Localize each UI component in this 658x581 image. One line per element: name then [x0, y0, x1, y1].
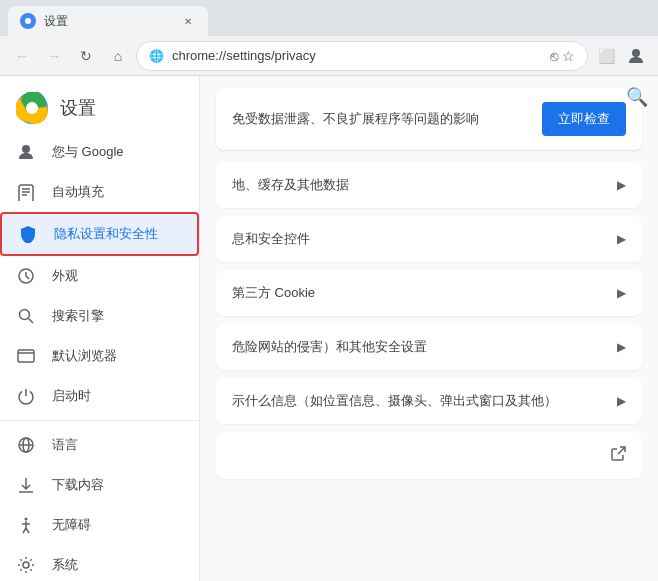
chevron-icon-4: ▶: [617, 394, 626, 408]
svg-point-20: [25, 518, 28, 521]
sidebar-item-download[interactable]: 下载内容: [0, 465, 199, 505]
sidebar-item-startup-label: 启动时: [52, 387, 91, 405]
chevron-icon-0: ▶: [617, 178, 626, 192]
sidebar-item-startup[interactable]: 启动时: [0, 376, 199, 416]
right-panel: 免受数据泄露、不良扩展程序等问题的影响 立即检查 地、缓存及其他数据 ▶ 息和安…: [200, 76, 658, 581]
lock-icon: 🌐: [149, 49, 164, 63]
svg-point-6: [22, 145, 30, 153]
svg-point-12: [20, 310, 30, 320]
download-icon: [16, 475, 36, 495]
chrome-logo: [16, 92, 48, 124]
sidebar-item-language[interactable]: 语言: [0, 425, 199, 465]
svg-point-5: [26, 102, 38, 114]
power-icon: [16, 386, 36, 406]
active-tab[interactable]: 设置 ✕: [8, 6, 208, 36]
sidebar-divider-1: [0, 420, 199, 421]
svg-point-25: [23, 562, 29, 568]
sidebar-item-language-label: 语言: [52, 436, 78, 454]
settings-item-0[interactable]: 地、缓存及其他数据 ▶: [216, 162, 642, 208]
sidebar-item-accessibility[interactable]: 无障碍: [0, 505, 199, 545]
home-button[interactable]: ⌂: [104, 42, 132, 70]
sidebar-item-privacy[interactable]: 隐私设置和安全性: [0, 212, 199, 256]
appearance-icon: [16, 266, 36, 286]
svg-rect-14: [18, 350, 34, 362]
shield-icon: [18, 224, 38, 244]
settings-item-1[interactable]: 息和安全控件 ▶: [216, 216, 642, 262]
browser-icon: [16, 346, 36, 366]
sidebar-item-system[interactable]: 系统: [0, 545, 199, 581]
external-link-bottom-icon: [610, 446, 626, 465]
share-icon[interactable]: ⎋: [550, 48, 558, 64]
svg-line-23: [23, 528, 26, 533]
forward-button[interactable]: →: [40, 42, 68, 70]
autofill-icon: [16, 182, 36, 202]
toolbar: ← → ↻ ⌂ 🌐 chrome://settings/privacy ⎋ ☆ …: [0, 36, 658, 76]
tab-close-button[interactable]: ✕: [180, 13, 196, 29]
back-button[interactable]: ←: [8, 42, 36, 70]
sidebar-item-appearance-label: 外观: [52, 267, 78, 285]
sidebar-item-appearance[interactable]: 外观: [0, 256, 199, 296]
settings-item-1-text: 息和安全控件: [232, 230, 310, 248]
sidebar-item-privacy-label: 隐私设置和安全性: [54, 225, 158, 243]
svg-point-2: [632, 49, 640, 57]
sidebar-item-default-browser-label: 默认浏览器: [52, 347, 117, 365]
address-bar[interactable]: 🌐 chrome://settings/privacy ⎋ ☆: [136, 41, 588, 71]
chevron-icon-2: ▶: [617, 286, 626, 300]
sidebar-item-search[interactable]: 搜索引擎: [0, 296, 199, 336]
bottom-external-link[interactable]: [216, 432, 642, 479]
tab-title: 设置: [44, 13, 172, 30]
tab-favicon: [20, 13, 36, 29]
reload-button[interactable]: ↻: [72, 42, 100, 70]
address-text: chrome://settings/privacy: [172, 48, 542, 63]
sidebar-header: 设置: [0, 76, 199, 132]
profile-icon: [627, 47, 645, 65]
settings-item-2-text: 第三方 Cookie: [232, 284, 315, 302]
search-engine-icon: [16, 306, 36, 326]
settings-section: 地、缓存及其他数据 ▶ 息和安全控件 ▶ 第三方 Cookie ▶ 危险网站的侵…: [216, 162, 642, 424]
banner-text: 免受数据泄露、不良扩展程序等问题的影响: [232, 110, 530, 128]
accessibility-icon: [16, 515, 36, 535]
settings-item-4[interactable]: 示什么信息（如位置信息、摄像头、弹出式窗口及其他） ▶: [216, 378, 642, 424]
settings-item-4-text: 示什么信息（如位置信息、摄像头、弹出式窗口及其他）: [232, 392, 557, 410]
main-content: 设置 🔍 您与 Google 自动填充: [0, 76, 658, 581]
sidebar-item-google[interactable]: 您与 Google: [0, 132, 199, 172]
svg-line-13: [29, 319, 34, 324]
check-now-button[interactable]: 立即检查: [542, 102, 626, 136]
security-banner: 免受数据泄露、不良扩展程序等问题的影响 立即检查: [216, 88, 642, 150]
svg-rect-7: [19, 185, 33, 201]
sidebar-item-autofill-label: 自动填充: [52, 183, 104, 201]
sidebar-item-search-label: 搜索引擎: [52, 307, 104, 325]
sidebar-item-google-label: 您与 Google: [52, 143, 124, 161]
system-icon: [16, 555, 36, 575]
window-button[interactable]: ⬜: [592, 42, 620, 70]
sidebar-item-download-label: 下载内容: [52, 476, 104, 494]
sidebar-item-accessibility-label: 无障碍: [52, 516, 91, 534]
settings-item-2[interactable]: 第三方 Cookie ▶: [216, 270, 642, 316]
svg-line-24: [26, 528, 29, 533]
globe-icon: [16, 435, 36, 455]
sidebar-title: 设置: [60, 96, 96, 120]
sidebar-item-autofill[interactable]: 自动填充: [0, 172, 199, 212]
toolbar-right: ⬜: [592, 42, 650, 70]
sidebar-item-default-browser[interactable]: 默认浏览器: [0, 336, 199, 376]
svg-point-1: [25, 18, 31, 24]
sidebar-item-system-label: 系统: [52, 556, 78, 574]
bookmark-icon[interactable]: ☆: [562, 48, 575, 64]
home-icon: ⌂: [114, 48, 122, 64]
person-icon: [16, 142, 36, 162]
settings-item-3-text: 危险网站的侵害）和其他安全设置: [232, 338, 427, 356]
browser-window: 设置 ✕ ← → ↻ ⌂ 🌐 chrome://settings/privacy…: [0, 0, 658, 581]
address-bar-icons: ⎋ ☆: [550, 48, 575, 64]
tab-bar: 设置 ✕: [0, 0, 658, 36]
chevron-icon-3: ▶: [617, 340, 626, 354]
chevron-icon-1: ▶: [617, 232, 626, 246]
settings-item-3[interactable]: 危险网站的侵害）和其他安全设置 ▶: [216, 324, 642, 370]
sidebar: 设置 🔍 您与 Google 自动填充: [0, 76, 200, 581]
profile-button[interactable]: [622, 42, 650, 70]
settings-item-0-text: 地、缓存及其他数据: [232, 176, 349, 194]
